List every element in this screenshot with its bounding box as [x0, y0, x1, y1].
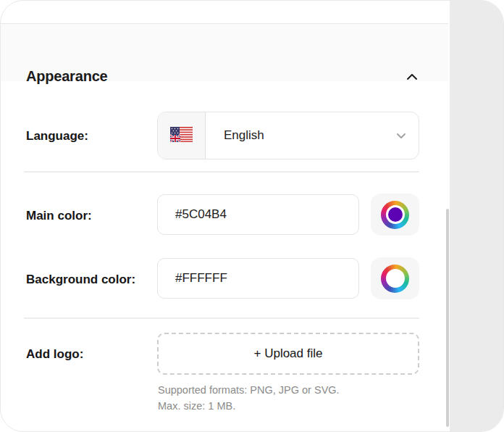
scrollbar-thumb[interactable] [446, 209, 449, 427]
language-select[interactable]: English [157, 112, 419, 159]
main-color-input[interactable] [157, 194, 359, 235]
appearance-settings-panel: Appearance Language: [0, 0, 504, 432]
background-color-input[interactable] [157, 258, 359, 299]
color-wheel-icon [381, 201, 409, 229]
main-color-label: Main color: [26, 209, 92, 223]
language-selected-value: English [206, 112, 394, 159]
supported-formats-hint: Supported formats: PNG, JPG or SVG. [158, 384, 340, 396]
main-color-dot [388, 207, 403, 222]
appearance-section-header: Appearance [1, 23, 448, 81]
language-label: Language: [26, 129, 88, 144]
background-color-dot [388, 271, 403, 286]
max-size-hint: Max. size: 1 MB. [158, 400, 235, 412]
background-color-label: Background color: [26, 273, 135, 287]
divider [24, 171, 419, 173]
add-logo-label: Add logo: [26, 347, 83, 362]
page-background [450, 1, 503, 431]
chevron-down-icon [394, 112, 419, 159]
divider [24, 317, 419, 319]
main-color-picker-button[interactable] [371, 194, 419, 236]
language-flag-cell [158, 112, 206, 159]
background-color-picker-button[interactable] [371, 257, 419, 299]
section-title: Appearance [26, 68, 108, 85]
collapse-section-button[interactable] [402, 67, 422, 88]
chevron-up-icon [404, 69, 420, 87]
english-flag-icon [170, 127, 193, 145]
color-wheel-icon [381, 265, 409, 293]
upload-file-button[interactable]: + Upload file [157, 333, 419, 375]
